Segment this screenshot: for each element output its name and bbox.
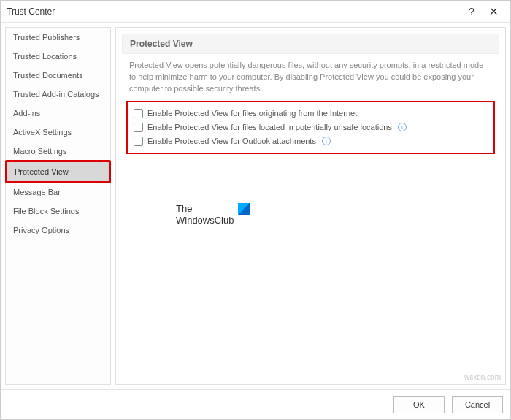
window-title: Trust Center [7,7,461,17]
info-icon[interactable]: i [398,123,407,131]
sidebar-item-trusted-addin-catalogs[interactable]: Trusted Add-in Catalogs [6,85,110,104]
footer: OK Cancel [1,389,510,419]
sidebar-item-trusted-documents[interactable]: Trusted Documents [6,66,110,85]
watermark: The WindowsClub [176,203,250,226]
checkbox-icon[interactable] [134,109,143,118]
highlight-box-sidebar: Protected View [5,160,111,183]
checkbox-icon[interactable] [134,137,143,146]
sidebar-item-privacy-options[interactable]: Privacy Options [6,221,110,240]
sidebar-item-macro-settings[interactable]: Macro Settings [6,142,110,161]
sidebar-item-message-bar[interactable]: Message Bar [6,183,110,202]
content-panel: Protected View Protected View opens pote… [115,27,506,385]
ok-button[interactable]: OK [393,396,445,413]
windows-flag-icon [238,203,250,215]
option-outlook-attachments[interactable]: Enable Protected View for Outlook attach… [134,134,488,148]
highlight-box-options: Enable Protected View for files originat… [126,101,495,154]
option-label: Enable Protected View for files originat… [147,109,357,118]
option-label: Enable Protected View for Outlook attach… [147,137,316,145]
sidebar: Trusted Publishers Trusted Locations Tru… [5,27,111,385]
sidebar-item-activex-settings[interactable]: ActiveX Settings [6,123,110,142]
titlebar: Trust Center ? ✕ [1,1,510,23]
option-label: Enable Protected View for files located … [147,123,392,131]
sidebar-item-trusted-locations[interactable]: Trusted Locations [6,47,110,66]
sidebar-item-addins[interactable]: Add-ins [6,104,110,123]
checkbox-icon[interactable] [134,123,143,132]
section-title: Protected View [122,34,499,54]
sidebar-item-file-block-settings[interactable]: File Block Settings [6,202,110,221]
info-icon[interactable]: i [322,137,331,145]
trust-center-window: Trust Center ? ✕ Trusted Publishers Trus… [0,0,511,420]
window-body: Trusted Publishers Trusted Locations Tru… [1,23,510,389]
watermark-text: The WindowsClub [176,203,234,226]
help-button[interactable]: ? [461,1,483,23]
option-unsafe-locations[interactable]: Enable Protected View for files located … [134,121,488,134]
section-description: Protected View opens potentially dangero… [122,60,499,101]
close-button[interactable]: ✕ [483,1,504,23]
sidebar-item-protected-view[interactable]: Protected View [7,162,109,181]
option-internet-files[interactable]: Enable Protected View for files originat… [134,107,488,121]
cancel-button[interactable]: Cancel [452,396,503,413]
sidebar-item-trusted-publishers[interactable]: Trusted Publishers [6,28,110,47]
attribution-text: wsxdn.com [464,373,501,381]
